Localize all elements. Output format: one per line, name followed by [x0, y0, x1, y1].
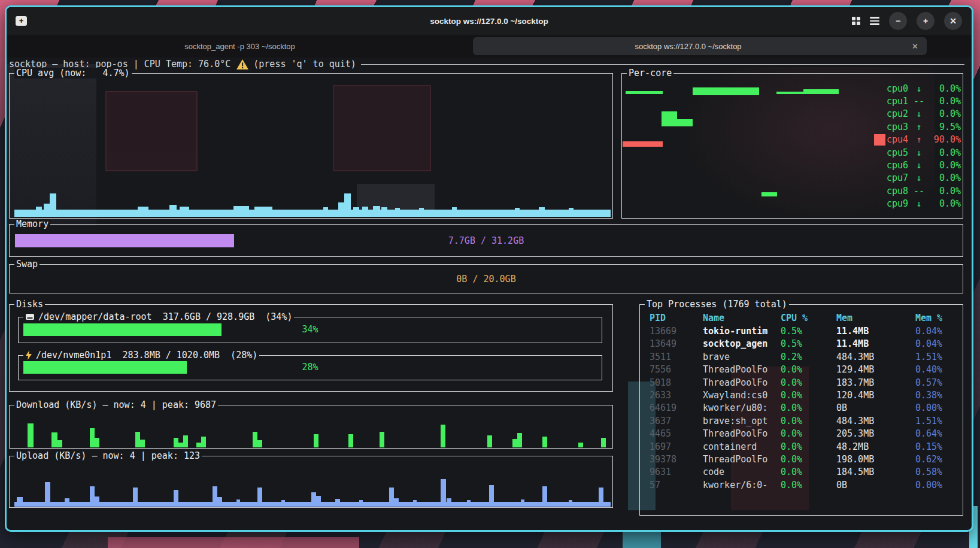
cpu-avg-panel: CPU avg (now: 4.7%) — [9, 73, 613, 219]
terminal-content: socktop — host: pop-os | CPU Temp: 76.0°… — [7, 57, 972, 530]
process-mem: 183.7MB — [836, 377, 915, 389]
process-row: 2633Xwayland:cs00.0%120.4MB0.38% — [640, 389, 963, 402]
top-processes-panel: Top Processes (1769 total) PIDNameCPU %M… — [639, 304, 963, 516]
core-name: cpu9 — [887, 198, 911, 209]
maximize-button[interactable]: + — [917, 12, 935, 30]
core-name: cpu4 — [887, 134, 911, 145]
process-row: 5018ThreadPoolFo0.0%183.7MB0.57% — [640, 377, 963, 389]
top-processes-title: Top Processes (1769 total) — [645, 299, 789, 310]
disks-title: Disks — [14, 299, 45, 310]
process-pid: 13669 — [650, 325, 703, 338]
cpu-avg-title: CPU avg (now: 4.7%) — [14, 68, 132, 78]
bolt-icon — [25, 350, 32, 360]
core-alert-block — [874, 185, 885, 196]
process-pid: 13649 — [650, 338, 703, 350]
process-mem-percent: 0.64% — [915, 428, 963, 440]
core-trend-icon: ↓ — [911, 147, 927, 158]
core-usage: 0.0% — [927, 172, 961, 183]
process-row: 13669tokio-runtim0.5%11.4MB0.04% — [640, 325, 963, 338]
menu-icon[interactable] — [870, 17, 879, 25]
per-core-row: cpu8--0.0% — [862, 184, 961, 197]
process-cpu: 0.0% — [781, 466, 836, 479]
core-name: cpu0 — [887, 83, 911, 94]
process-pid: 57 — [650, 479, 703, 492]
process-name: brave — [703, 351, 781, 364]
minimize-button[interactable]: − — [889, 12, 907, 30]
core-usage: 0.0% — [927, 96, 961, 107]
process-mem: 0B — [836, 479, 915, 492]
header-rule — [361, 64, 964, 65]
core-name: cpu3 — [887, 122, 911, 132]
process-mem-percent: 0.00% — [915, 479, 963, 492]
process-mem: 484.3MB — [836, 351, 915, 364]
process-cpu: 0.0% — [781, 479, 836, 492]
process-pid: 7556 — [650, 364, 703, 376]
disks-panel: Disks /dev/mapper/data-root 317.6GB / 92… — [9, 304, 613, 392]
process-mem: 129.4MB — [836, 364, 915, 376]
process-name: ThreadPoolFo — [703, 377, 781, 389]
process-name: ThreadPoolFo — [703, 364, 781, 376]
disk-data-root-percent: 34% — [19, 324, 602, 335]
core-name: cpu2 — [887, 108, 911, 119]
column-header: Mem — [836, 312, 915, 325]
workspace-grid-icon[interactable] — [852, 17, 860, 25]
process-mem-percent: 0.15% — [915, 441, 963, 453]
core-usage: 0.0% — [927, 186, 961, 196]
process-row: 3637brave:sh_opt0.0%484.3MB1.51% — [640, 415, 963, 428]
core-alert-block — [874, 83, 885, 94]
core-usage: 9.5% — [927, 122, 961, 132]
process-mem: 484.3MB — [836, 415, 915, 428]
disk-nvme-label: /dev/nvme0n1p1 283.8MB / 1020.0MB (28%) — [23, 350, 259, 361]
core-trend-icon: ↓ — [911, 108, 927, 119]
process-mem-percent: 0.04% — [915, 338, 963, 350]
process-row: 7556ThreadPoolFo0.0%129.4MB0.40% — [640, 364, 963, 376]
process-mem-percent: 0.40% — [915, 364, 963, 376]
column-header: Mem % — [915, 312, 963, 325]
process-mem: 11.4MB — [836, 325, 915, 338]
process-pid: 5018 — [650, 377, 703, 389]
process-name: code — [703, 466, 781, 479]
process-mem-percent: 0.38% — [915, 389, 963, 402]
per-core-row: cpu6↓0.0% — [862, 159, 961, 171]
process-pid: 3637 — [650, 415, 703, 428]
disk-icon — [25, 313, 35, 321]
core-name: cpu8 — [887, 186, 911, 196]
core-alert-block — [874, 96, 885, 107]
disk-nvme-percent: 28% — [19, 362, 602, 373]
per-core-row: cpu1--0.0% — [862, 95, 961, 107]
core-trend-icon: -- — [911, 96, 927, 107]
process-row: 9631code0.0%184.5MB0.58% — [640, 466, 963, 479]
per-core-title: Per-core — [627, 68, 673, 78]
core-trend-icon: ↓ — [911, 172, 927, 183]
core-alert-block — [874, 198, 885, 210]
process-mem: 0B — [836, 402, 915, 414]
process-row: 4465ThreadPoolFo0.0%205.3MB0.64% — [640, 428, 963, 440]
column-header: Name — [703, 312, 781, 325]
per-core-row: cpu3↑9.5% — [862, 120, 961, 133]
per-core-panel: Per-core cpu0↓0.0%cpu1--0.0%cpu2↓0.0%cpu… — [621, 73, 963, 219]
process-mem: 11.4MB — [836, 338, 915, 350]
terminal-window: + socktop ws://127.0.0 ~/socktop − + ✕ s… — [5, 5, 973, 532]
process-mem: 184.5MB — [836, 466, 915, 479]
process-row: 3511brave0.2%484.3MB1.51% — [640, 351, 963, 364]
core-trend-icon: ↓ — [911, 198, 927, 209]
download-panel: Download (KB/s) — now: 4 | peak: 9687 — [9, 405, 613, 449]
warning-icon — [236, 59, 248, 69]
core-trend-icon: ↓ — [911, 160, 927, 171]
process-name: kworker/u80: — [703, 402, 781, 414]
process-name: socktop_agen — [703, 338, 781, 350]
disk-data-root-label: /dev/mapper/data-root 317.6GB / 928.9GB … — [23, 311, 294, 322]
core-usage: 0.0% — [927, 160, 961, 171]
per-core-row: cpu9↓0.0% — [862, 198, 961, 210]
process-row: 57kworker/6:0-0.0%0B0.00% — [640, 479, 963, 492]
swap-usage-label: 0B / 20.0GB — [10, 274, 963, 284]
process-name: containerd — [703, 441, 781, 453]
close-button[interactable]: ✕ — [944, 12, 962, 30]
core-trend-icon: ↑ — [911, 134, 927, 145]
process-name: ThreadPoolFo — [703, 428, 781, 440]
process-mem: 120.4MB — [836, 389, 915, 402]
core-usage: 0.0% — [927, 147, 961, 158]
swap-title: Swap — [14, 259, 40, 270]
process-cpu: 0.0% — [781, 377, 836, 389]
process-table-rows: 13669tokio-runtim0.5%11.4MB0.04%13649soc… — [640, 325, 963, 492]
